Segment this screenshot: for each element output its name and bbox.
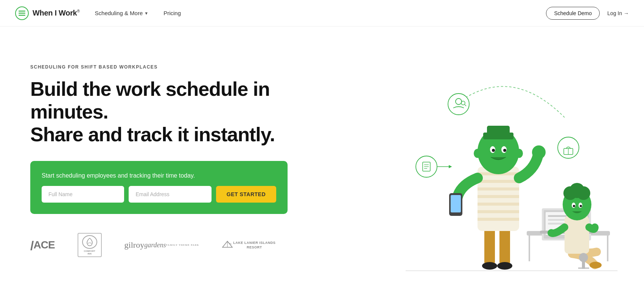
svg-point-3 xyxy=(448,94,469,115)
svg-rect-15 xyxy=(484,227,495,265)
nav-left: When I Work® Scheduling & More ▼ Pricing xyxy=(15,6,181,20)
svg-rect-29 xyxy=(487,126,510,134)
svg-rect-16 xyxy=(499,227,510,265)
svg-rect-21 xyxy=(478,180,519,183)
svg-rect-22 xyxy=(478,187,519,190)
logo-wordmark: When I Work® xyxy=(33,9,80,17)
nav-pricing[interactable]: Pricing xyxy=(163,10,181,16)
svg-rect-24 xyxy=(478,203,519,206)
svg-rect-2 xyxy=(19,15,25,16)
hero-left: SCHEDULING FOR SHIFT BASED WORKPLACES Bu… xyxy=(30,49,288,257)
arrow-right-icon: → xyxy=(624,10,629,16)
svg-point-18 xyxy=(497,262,512,270)
logo-icon xyxy=(15,6,29,20)
ace-logo: /ACE xyxy=(30,238,55,253)
hero-section: SCHEDULING FOR SHIFT BASED WORKPLACES Bu… xyxy=(0,27,644,295)
signup-row: GET STARTED xyxy=(42,186,276,203)
hero-headline: Build the work schedule in minutes. Shar… xyxy=(30,78,288,146)
full-name-input[interactable] xyxy=(42,186,124,203)
comfort-inn-logo: COMFORTINN xyxy=(78,233,102,257)
signup-box: Start scheduling employees and tracking … xyxy=(30,161,288,214)
svg-point-33 xyxy=(503,149,506,152)
svg-point-49 xyxy=(590,262,602,268)
svg-rect-26 xyxy=(478,218,519,221)
svg-point-59 xyxy=(579,253,588,262)
svg-rect-50 xyxy=(565,216,589,254)
gilroy-gardens-logo: gilroy gardens FAMILY THEME PARK xyxy=(124,240,199,251)
svg-rect-0 xyxy=(19,11,25,12)
email-input[interactable] xyxy=(129,186,211,203)
svg-rect-37 xyxy=(451,195,461,212)
svg-point-58 xyxy=(580,205,582,207)
svg-point-32 xyxy=(492,149,495,152)
get-started-button[interactable]: GET STARTED xyxy=(216,186,276,203)
hero-illustration xyxy=(383,42,629,286)
svg-point-57 xyxy=(573,205,575,207)
svg-rect-1 xyxy=(19,12,25,14)
svg-rect-25 xyxy=(478,210,519,213)
hero-svg xyxy=(383,42,629,284)
svg-rect-40 xyxy=(529,235,530,261)
svg-rect-45 xyxy=(548,215,567,217)
lake-lanier-logo: LAKE LANIER ISLANDSRESORT xyxy=(222,240,275,250)
hero-eyebrow: SCHEDULING FOR SHIFT BASED WORKPLACES xyxy=(30,64,288,70)
svg-point-54 xyxy=(577,186,590,200)
svg-point-35 xyxy=(515,149,523,158)
signup-box-text: Start scheduling employees and tracking … xyxy=(42,172,276,179)
svg-point-38 xyxy=(532,145,546,159)
nav-right: Schedule Demo Log In → xyxy=(546,7,629,20)
svg-rect-19 xyxy=(478,167,519,231)
chevron-down-icon: ▼ xyxy=(144,11,148,16)
logo[interactable]: When I Work® xyxy=(15,6,80,20)
svg-point-17 xyxy=(482,262,497,270)
svg-point-34 xyxy=(474,149,481,158)
svg-rect-23 xyxy=(478,195,519,198)
schedule-demo-button[interactable]: Schedule Demo xyxy=(546,7,600,20)
svg-point-12 xyxy=(558,137,579,158)
svg-rect-41 xyxy=(607,235,608,261)
main-nav: When I Work® Scheduling & More ▼ Pricing… xyxy=(0,0,644,27)
nav-scheduling-more[interactable]: Scheduling & More ▼ xyxy=(95,10,149,16)
login-button[interactable]: Log In → xyxy=(607,10,629,16)
client-logos: /ACE COMFORTINN gilroy gardens FAMILY TH… xyxy=(30,233,288,257)
